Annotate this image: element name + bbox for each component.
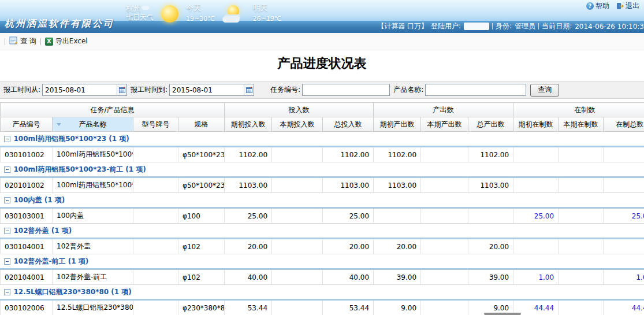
- quick-tools-link[interactable]: 【计算器 口万】: [377, 21, 428, 31]
- group-title: 100ml药用铝瓶50*100*23-前工 (1 项): [14, 165, 146, 173]
- cell: 100内盖: [53, 208, 133, 224]
- collapse-icon[interactable]: [4, 258, 10, 265]
- cell: [133, 239, 178, 254]
- sort-arrow-icon: [57, 123, 61, 126]
- current-date-label: 当前日期:: [542, 21, 572, 31]
- cell: 20.00: [225, 239, 272, 254]
- collapse-icon[interactable]: [4, 197, 10, 203]
- cell: [421, 208, 468, 224]
- today-temperature: 19~30℃: [186, 15, 215, 23]
- cell[interactable]: 25.00: [604, 208, 644, 224]
- cell: [272, 300, 323, 315]
- cell: [421, 239, 468, 254]
- cell: 1102.00: [468, 147, 513, 162]
- report-grid: 任务/产品信息投入数产出数在制数产品编号产品名称型号牌号规格期初投入数本期投入数…: [0, 102, 644, 315]
- cell: [133, 147, 178, 162]
- calendar-icon[interactable]: [117, 84, 126, 95]
- group-row[interactable]: 100内盖 (1 项): [1, 193, 644, 208]
- table-row[interactable]: 030101002100ml药用铝瓶50*100*23φ50*100*23110…: [1, 147, 644, 162]
- column-header[interactable]: 产品编号: [1, 117, 53, 132]
- calendar-icon[interactable]: [244, 84, 254, 95]
- cell: 1102.00: [374, 147, 421, 162]
- group-row[interactable]: 100ml药用铝瓶50*100*23 (1 项): [1, 132, 644, 147]
- column-header[interactable]: 本期在制数: [559, 117, 604, 132]
- query-button[interactable]: 查 询: [9, 36, 36, 47]
- status-separator: [492, 23, 493, 29]
- cell: [559, 177, 604, 193]
- cell: [272, 239, 323, 254]
- group-row[interactable]: 102普外盖 (1 项): [1, 224, 644, 239]
- search-button[interactable]: 查询: [530, 84, 559, 97]
- to-date-box: [169, 84, 254, 96]
- export-excel-label: 导出Excel: [55, 36, 88, 46]
- column-header[interactable]: 本期投入数: [272, 117, 323, 132]
- cell: 1103.00: [468, 177, 513, 193]
- horizontal-scrollbar-thumb[interactable]: [484, 313, 521, 315]
- group-row[interactable]: 102普外盖-前工 (1 项): [1, 254, 644, 269]
- cell: [374, 208, 421, 224]
- exit-link[interactable]: 退出: [616, 1, 639, 11]
- to-date-input[interactable]: [170, 84, 244, 95]
- cell: 030102006: [1, 300, 53, 315]
- cell[interactable]: 1.00: [604, 269, 644, 285]
- cell: [133, 300, 178, 315]
- group-cell: 100ml药用铝瓶50*100*23-前工 (1 项): [1, 162, 644, 177]
- table-row[interactable]: 020104001102普外盖-前工φ10240.0040.0039.0039.…: [1, 269, 644, 285]
- cell[interactable]: 44.44: [604, 300, 644, 315]
- export-excel-button[interactable]: X 导出Excel: [45, 36, 88, 46]
- column-header[interactable]: 期初在制数: [513, 117, 559, 132]
- weather-widget: 杭州 七日天气 今天 19~30℃ 明天 26~19℃: [126, 4, 281, 24]
- cell: 12.5L螺口铝瓶230*380*80: [53, 300, 133, 315]
- table-row[interactable]: 030104001102普外盖φ10220.0020.0020.0020.00: [1, 239, 644, 254]
- cell: 25.00: [225, 208, 272, 224]
- current-date-value: 2014-06-26 10:10:3: [575, 23, 644, 31]
- exit-label: 退出: [626, 1, 639, 11]
- cell: 1103.00: [225, 177, 272, 193]
- group-row[interactable]: 100ml药用铝瓶50*100*23-前工 (1 项): [1, 162, 644, 177]
- table-row[interactable]: 030103001100内盖φ10025.0025.0025.0025.00: [1, 208, 644, 224]
- cell: 030101002: [1, 147, 53, 162]
- task-no-input[interactable]: [302, 84, 390, 96]
- group-row[interactable]: 12.5L螺口铝瓶230*380*80 (1 项): [1, 285, 644, 300]
- cell: 9.00: [374, 300, 421, 315]
- table-row[interactable]: 03010200612.5L螺口铝瓶230*380*80φ230*380*805…: [1, 300, 644, 315]
- collapse-icon[interactable]: [4, 228, 10, 234]
- collapse-icon[interactable]: [4, 136, 10, 142]
- group-cell: 102普外盖 (1 项): [1, 224, 644, 239]
- tomorrow-label: 明天: [253, 4, 282, 12]
- mini-weather-icon: [142, 6, 149, 10]
- cell: φ50*100*23: [178, 177, 225, 193]
- cell: [272, 177, 323, 193]
- column-header[interactable]: 期初投入数: [225, 117, 272, 132]
- cell[interactable]: 1.00: [513, 269, 559, 285]
- product-name-input[interactable]: [425, 84, 526, 96]
- cell: [604, 239, 644, 254]
- identity-value: 管理员: [515, 21, 535, 31]
- cell: [604, 147, 644, 162]
- cell: 53.44: [323, 300, 374, 315]
- collapse-icon[interactable]: [4, 289, 10, 295]
- column-header[interactable]: 总投入数: [323, 117, 374, 132]
- today-label: 今天: [186, 4, 215, 12]
- column-header[interactable]: 规格: [178, 117, 225, 132]
- column-header[interactable]: 在制总数: [604, 117, 644, 132]
- column-header[interactable]: 本期产出数: [421, 117, 468, 132]
- group-title: 100内盖 (1 项): [14, 196, 65, 204]
- table-row[interactable]: 020101002100ml药用铝瓶50*100*23-...φ50*100*2…: [1, 177, 644, 193]
- tomorrow-temperature: 26~19℃: [253, 15, 282, 23]
- column-header[interactable]: 产品名称: [53, 117, 133, 132]
- banner-links: ? 帮助 退出: [586, 1, 639, 11]
- cell: [513, 177, 559, 193]
- collapse-icon[interactable]: [4, 166, 10, 173]
- sun-part-icon: [228, 5, 239, 17]
- toolbar-separator: [5, 38, 5, 45]
- help-link[interactable]: ? 帮助: [586, 1, 609, 11]
- cell[interactable]: 25.00: [513, 208, 559, 224]
- group-title: 102普外盖-前工 (1 项): [14, 257, 89, 265]
- from-date-input[interactable]: [43, 84, 117, 95]
- to-date-label: 报工时间到:: [131, 85, 167, 95]
- column-header[interactable]: 总产出数: [468, 117, 513, 132]
- column-header[interactable]: 期初产出数: [374, 117, 421, 132]
- cell: [421, 147, 468, 162]
- column-header[interactable]: 型号牌号: [133, 117, 178, 132]
